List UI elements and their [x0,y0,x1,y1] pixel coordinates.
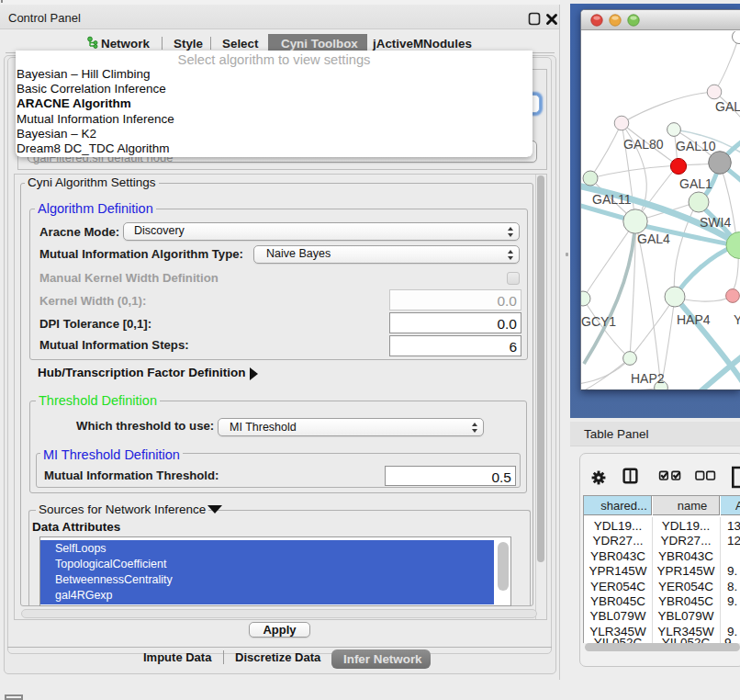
svg-text:GAL11: GAL11 [592,192,632,207]
svg-text:GAL: GAL [715,99,740,114]
svg-text:Y: Y [734,312,740,327]
svg-text:GAL80: GAL80 [623,137,664,152]
svg-text:HAP4: HAP4 [677,312,711,327]
svg-text:GAL4: GAL4 [637,231,670,246]
svg-text:SWI4: SWI4 [700,215,731,230]
svg-text:GAL10: GAL10 [676,139,716,153]
svg-text:HAP2: HAP2 [631,371,665,386]
svg-text:GCY1: GCY1 [581,314,616,329]
svg-text:GAL1: GAL1 [679,176,712,191]
